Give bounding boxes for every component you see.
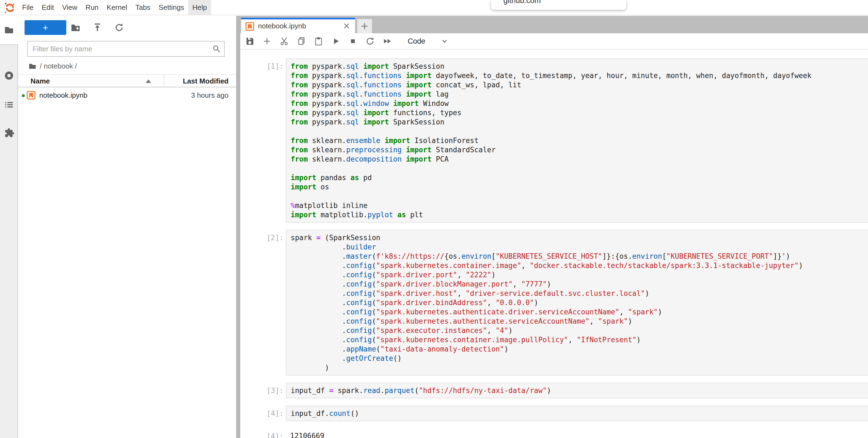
filter-files-box <box>27 41 225 57</box>
close-tab-icon[interactable] <box>342 21 351 31</box>
refresh-icon[interactable] <box>114 22 124 33</box>
file-browser-icon[interactable] <box>4 25 14 35</box>
menu-bar: FileEditViewRunKernelTabsSettingsHelp <box>0 0 868 15</box>
input-prompt: [3]: <box>240 383 286 395</box>
output-text: 12106669 <box>286 429 868 438</box>
column-divider <box>164 75 164 87</box>
file-modified: 3 hours ago <box>191 91 228 99</box>
tab-bar: notebook.ipynb <box>240 16 868 33</box>
running-kernels-icon[interactable] <box>4 70 14 81</box>
input-prompt: [4]: <box>240 406 286 418</box>
code-cell[interactable]: [3]:input_df = spark.read.parquet("hdfs:… <box>240 383 868 399</box>
browser-popup: github.com <box>491 0 626 10</box>
code-cell[interactable]: [1]:from pyspark.sql import SparkSession… <box>240 58 868 223</box>
cell-list: [1]:from pyspark.sql import SparkSession… <box>240 58 868 438</box>
stackable-logo-icon <box>3 1 16 14</box>
menu-view[interactable]: View <box>58 0 82 15</box>
chevron-down-icon <box>440 37 449 46</box>
new-launcher-button[interactable]: + <box>25 20 66 35</box>
notebook-content: [1]:from pyspark.sql import SparkSession… <box>240 50 868 438</box>
restart-kernel-icon[interactable] <box>365 36 375 46</box>
cell-type-label: Code <box>408 37 426 46</box>
tab-title: notebook.ipynb <box>258 22 306 30</box>
input-prompt: [1]: <box>240 58 286 71</box>
cut-icon[interactable] <box>279 36 289 46</box>
menu-items: FileEditViewRunKernelTabsSettingsHelp <box>18 0 211 15</box>
tab-notebook[interactable]: notebook.ipynb <box>241 18 355 33</box>
copy-icon[interactable] <box>297 36 306 46</box>
output-prompt: [4]: <box>240 429 286 438</box>
add-cell-icon[interactable] <box>262 36 272 46</box>
menu-run[interactable]: Run <box>82 0 103 15</box>
menu-edit[interactable]: Edit <box>38 0 58 15</box>
code-editor[interactable]: from pyspark.sql import SparkSessionfrom… <box>286 58 868 223</box>
run-all-icon[interactable] <box>382 36 392 46</box>
home-folder-icon <box>28 62 36 70</box>
file-list-header: Name Last Modified <box>18 74 236 87</box>
column-header-last-modified[interactable]: Last Modified <box>183 77 228 85</box>
notebook-file-icon <box>245 22 254 31</box>
new-tab-button[interactable] <box>357 19 372 33</box>
paste-icon[interactable] <box>314 36 323 46</box>
input-prompt: [2]: <box>240 230 286 242</box>
save-icon[interactable] <box>245 36 255 46</box>
activity-bar-strip <box>0 45 18 438</box>
file-row[interactable]: notebook.ipynb3 hours ago <box>18 87 236 104</box>
jupyterlab-window: FileEditViewRunKernelTabsSettingsHelp + <box>0 0 868 438</box>
breadcrumb-path: / notebook / <box>40 62 77 70</box>
new-folder-icon[interactable] <box>70 22 81 33</box>
code-cell[interactable]: [2]:spark = (SparkSession .builder .mast… <box>240 230 868 376</box>
run-icon[interactable] <box>331 36 341 46</box>
code-editor[interactable]: spark = (SparkSession .builder .master(f… <box>286 230 868 376</box>
menu-settings[interactable]: Settings <box>154 0 188 15</box>
menu-file[interactable]: File <box>18 0 38 15</box>
search-icon <box>212 45 221 53</box>
column-header-name[interactable]: Name <box>31 77 50 85</box>
popup-text: github.com <box>503 0 541 5</box>
upload-icon[interactable] <box>92 22 102 33</box>
file-browser-panel: + / notebook / Name Last Modified notebo… <box>18 16 236 438</box>
cell-type-dropdown[interactable]: Code <box>408 37 449 46</box>
menu-tabs[interactable]: Tabs <box>131 0 154 15</box>
code-editor[interactable]: input_df = spark.read.parquet("hdfs://hd… <box>286 383 868 399</box>
breadcrumb[interactable]: / notebook / <box>28 61 77 71</box>
filter-files-input[interactable] <box>27 41 225 57</box>
notebook-toolbar: Code <box>240 33 868 50</box>
stop-icon[interactable] <box>348 36 358 46</box>
notebook-file-icon <box>27 91 35 99</box>
table-of-contents-icon[interactable] <box>4 99 14 110</box>
active-tab-indicator <box>241 18 355 19</box>
file-name: notebook.ipynb <box>39 91 87 99</box>
running-kernel-dot <box>22 94 25 97</box>
panel-resize-handle[interactable] <box>236 16 240 438</box>
left-activity-bar <box>0 16 18 438</box>
sort-ascending-icon <box>146 80 151 83</box>
main-dock-panel: notebook.ipynb <box>240 16 868 438</box>
extensions-puzzle-icon[interactable] <box>4 127 14 138</box>
menu-help[interactable]: Help <box>188 0 211 15</box>
output-area: [4]:12106669 <box>240 429 868 438</box>
code-cell[interactable]: [4]:input_df.count() <box>240 406 868 421</box>
menu-kernel[interactable]: Kernel <box>102 0 131 15</box>
code-editor[interactable]: input_df.count() <box>286 406 868 421</box>
